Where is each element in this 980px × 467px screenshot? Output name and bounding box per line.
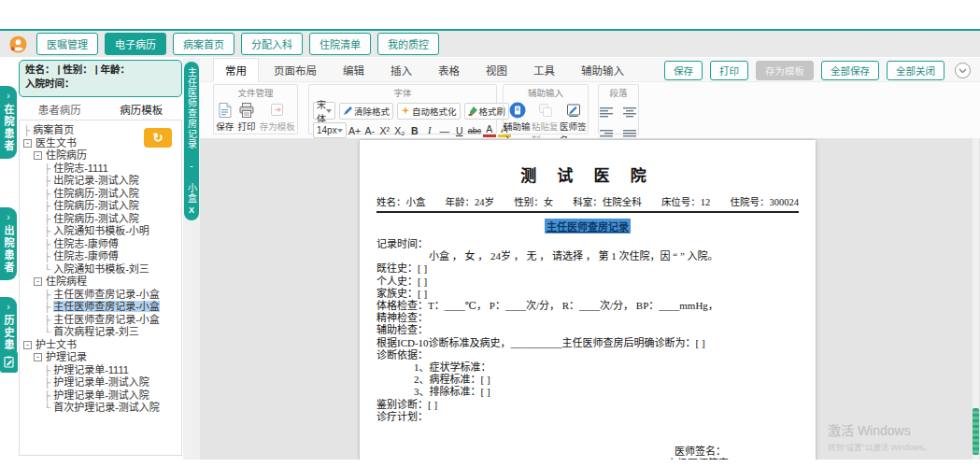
doc-line: 记录时间： (376, 238, 799, 250)
tree-item[interactable]: ├ - 出院记录-测试入院 (20, 175, 181, 188)
scrollbar-thumb[interactable] (973, 408, 979, 455)
document-action-button[interactable]: 存为模板 (756, 61, 814, 80)
close-document-icon[interactable]: X (189, 205, 194, 215)
save-button[interactable]: 保存 (216, 102, 234, 133)
doc-line: 根据ICD-10诊断标准及病史，__________主任医师查房后明确诊断为：[… (376, 337, 799, 349)
tree-list: ├ - 病案首页 - 医生文书 - 住院病历 ├ - 住院志-11 (20, 124, 181, 415)
tree-item-label: 护理记录 (46, 351, 87, 362)
tree-item[interactable]: └ - 入院通知书模板-刘三 (20, 263, 181, 276)
ribbon-body: 文件管理 保存 (200, 82, 980, 138)
tree-item[interactable]: - 护士文书 (20, 339, 181, 352)
ribbon-tab[interactable]: 表格 (427, 59, 471, 81)
patient-category-rail: › 在院患者 › 出院患者 › 历史患者 (0, 58, 18, 460)
document-canvas: 测 试 医 院 姓名：小盒年龄：24岁性别：女科室：住院全科床位号：12住院号：… (200, 138, 980, 460)
tree-line: └ (44, 327, 50, 337)
module-tab[interactable]: 病案首页 (173, 33, 234, 55)
tree-item[interactable]: ├ - 护理记录单-测试入院 (20, 376, 181, 389)
save-as-template-button[interactable]: 存为模板 (260, 102, 295, 133)
open-document-tab[interactable]: 主任医师查房记录 - 小盒 X (184, 62, 199, 220)
ribbon-tab[interactable]: 页面布局 (263, 59, 328, 81)
paragraph-group-title: 段落 (599, 86, 638, 99)
file-group-title: 文件管理 (214, 86, 297, 99)
tree-item[interactable]: └ - 首次护理记录-测试入院 (20, 402, 181, 415)
document-action-button[interactable]: 全部关闭 (887, 61, 944, 80)
aux-group-title: 辅助输入 (504, 86, 588, 99)
doc-line: 诊断依据： (376, 349, 799, 361)
tree-item-label: 入院通知书模板-小明 (53, 225, 149, 236)
font-style-button[interactable]: A- (363, 125, 376, 136)
tree-item[interactable]: - 住院病程 (20, 276, 181, 289)
vertical-scrollbar[interactable] (973, 138, 979, 460)
font-style-button[interactable]: X₂ (393, 125, 406, 136)
module-tab[interactable]: 住院清单 (309, 33, 371, 55)
font-family-select[interactable]: 宋体 (313, 102, 335, 120)
document-action-button[interactable]: 打印 (710, 61, 748, 80)
patient-info-line2: 入院时间： (25, 77, 176, 91)
font-style-button[interactable]: A+ (348, 125, 362, 136)
font-style-button[interactable]: U (453, 125, 466, 136)
tree-collapse-icon[interactable]: - (23, 139, 32, 148)
module-tab[interactable]: 分配入科 (241, 33, 303, 55)
tree-item[interactable]: - 护理记录 (20, 351, 181, 364)
tree-item[interactable]: ├ - 主任医师查房记录-小盒 (20, 289, 181, 302)
tree-item-label: 护士文书 (36, 339, 77, 350)
font-style-button[interactable]: — (438, 125, 451, 136)
document-body: 记录时间：小盒 ， 女 ， 24岁 ， 无 ， 请选择 ， 第 1 次住院，因 … (376, 238, 799, 460)
align-center-icon (623, 107, 636, 118)
tree-item[interactable]: ├ - 住院志-康师傅 (20, 238, 181, 251)
print-button[interactable]: 打印 (237, 102, 255, 133)
save-as-template-icon (269, 102, 286, 119)
font-style-button[interactable]: B (408, 125, 421, 136)
module-tab[interactable]: 电子病历 (105, 33, 166, 55)
copy-icon (537, 102, 554, 119)
module-tab[interactable]: 医嘱管理 (36, 33, 98, 55)
tree-item[interactable]: ├ - 住院病历-测试入院 (20, 213, 181, 226)
tree-item[interactable]: └ - 首次病程记录-刘三 (20, 326, 181, 339)
tree-line: ├ (44, 163, 50, 174)
document-action-button[interactable]: 保存 (664, 61, 703, 80)
tree-line: └ (44, 264, 50, 275)
tree-item[interactable]: ├ - 护理记录单-1111 (20, 364, 181, 377)
tree-item[interactable]: ├ - 住院志-1111 (20, 163, 181, 176)
tree-collapse-icon[interactable]: - (34, 151, 42, 160)
ribbon-tab[interactable]: 工具 (522, 59, 566, 81)
tree-item[interactable]: ├ - 主任医师查房记录-小盒 (20, 301, 181, 314)
tree-item[interactable]: ├ - 入院通知书模板-小明 (20, 225, 181, 238)
clipboard-edit-button[interactable] (0, 351, 18, 373)
clear-format-button[interactable]: 清除格式 (339, 103, 393, 120)
patient-field: 性别：女 (514, 194, 553, 208)
tree-collapse-icon[interactable]: - (34, 353, 42, 361)
tree-item[interactable]: ├ - 住院病历-测试入院 (20, 200, 181, 213)
font-size-select[interactable]: 14px (313, 122, 347, 138)
ribbon-tab[interactable]: 辅助输入 (570, 59, 635, 81)
font-style-button[interactable]: abc (468, 126, 481, 135)
ribbon-tab[interactable]: 编辑 (332, 59, 376, 81)
document-page[interactable]: 测 试 医 院 姓名：小盒年龄：24岁性别：女科室：住院全科床位号：12住院号：… (360, 140, 816, 460)
align-center-button[interactable] (623, 105, 638, 121)
font-style-button[interactable]: X² (378, 125, 391, 136)
tree-item[interactable]: ├ - 主任医师查房记录-小盒 (20, 314, 181, 327)
tree-item[interactable]: ├ - 住院病历-测试入院 (20, 188, 181, 201)
align-left-button[interactable] (600, 105, 615, 121)
tree-collapse-icon[interactable]: - (34, 277, 42, 286)
refresh-button[interactable]: ↻ (144, 128, 172, 148)
font-style-button[interactable]: I (423, 125, 436, 135)
user-avatar[interactable] (9, 35, 27, 53)
record-title-selected[interactable]: 主任医师查房记录 (545, 219, 631, 234)
auto-format-button[interactable]: 自动格式化 (397, 103, 461, 120)
tree-item[interactable]: - 住院病历 (20, 149, 181, 163)
windows-activation-watermark: 激活 Windows 转到“设置”以激活 Windows。 (828, 420, 931, 452)
module-tab[interactable]: 我的质控 (377, 33, 439, 55)
ribbon-tab[interactable]: 常用 (213, 58, 259, 82)
tree-collapse-icon[interactable]: - (23, 341, 32, 349)
document-action-button[interactable]: 全部保存 (821, 61, 879, 80)
ribbon-tab[interactable]: 插入 (379, 59, 423, 81)
tree-item[interactable]: ├ - 护理记录单-测试入院 (20, 389, 181, 403)
rail-tab[interactable]: › 出院患者 (0, 207, 17, 280)
rail-tab[interactable]: › 在院患者 (0, 86, 17, 159)
tree-line: ├ (23, 125, 30, 135)
font-style-button[interactable]: A (483, 124, 496, 137)
collapse-ribbon-button[interactable] (955, 63, 971, 78)
ribbon-tab[interactable]: 视图 (475, 59, 518, 81)
tree-item[interactable]: ├ - 住院志-康师傅 (20, 250, 181, 263)
